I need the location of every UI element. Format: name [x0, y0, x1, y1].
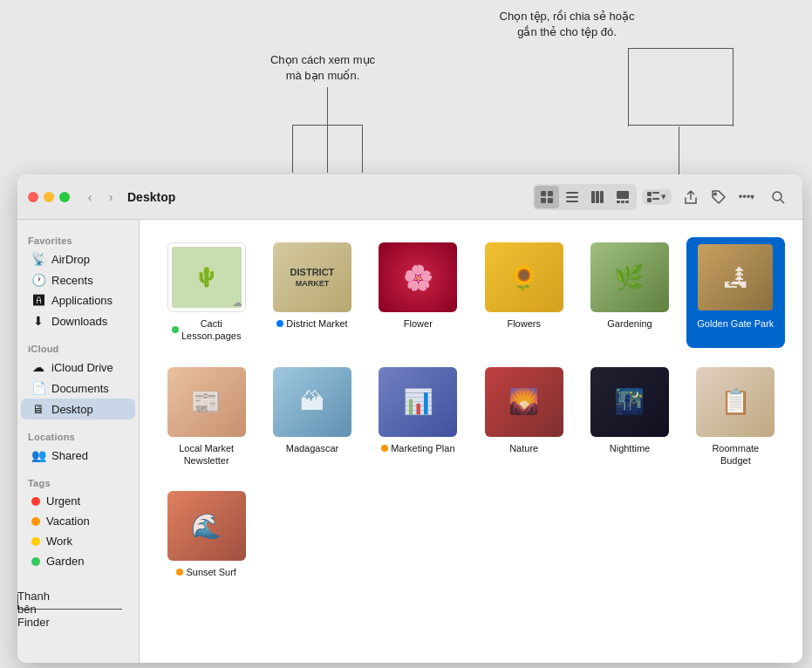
- bracket-vert-left4: [362, 125, 363, 173]
- sidebar-item-recents-label: Recents: [51, 274, 93, 287]
- group-by-button[interactable]: ▾: [642, 189, 672, 205]
- sidebar-item-icloud-drive[interactable]: ☁ iCloud Drive: [21, 357, 135, 378]
- file-item-roommate[interactable]: 📋 RoommateBudget: [686, 362, 785, 473]
- garden-dot: [31, 557, 40, 566]
- sidebar-item-documents-label: Documents: [51, 382, 109, 395]
- share-button[interactable]: [677, 185, 705, 209]
- svg-rect-0: [541, 191, 546, 196]
- gardening-label: Gardening: [607, 317, 652, 330]
- recents-icon: 🕐: [31, 273, 45, 287]
- bracket-line-right-down: [628, 48, 629, 126]
- file-grid: 🌵 ☁ CactiLesson.pages DISTRICTMARKET: [157, 237, 785, 583]
- forward-button[interactable]: ›: [101, 187, 120, 207]
- madagascar-label: Madagascar: [286, 442, 339, 454]
- file-item-madagascar[interactable]: 🏔 Madagascar: [263, 362, 361, 473]
- bracket-line-right-vert: [679, 126, 679, 174]
- file-item-district-market[interactable]: DISTRICTMARKET District Market: [263, 237, 361, 348]
- file-item-nighttime[interactable]: 🌃 Nighttime: [580, 362, 679, 473]
- shared-icon: 👥: [31, 448, 45, 462]
- sidebar-item-icloud-drive-label: iCloud Drive: [51, 361, 113, 374]
- sidebar-item-airdrop[interactable]: 📡 AirDrop: [21, 249, 135, 269]
- sidebar-item-documents[interactable]: 📄 Documents: [21, 378, 135, 399]
- madagascar-thumb: 🏔: [273, 367, 351, 437]
- sidebar-item-urgent[interactable]: Urgent: [21, 491, 135, 511]
- sidebar-item-work[interactable]: Work: [21, 531, 135, 551]
- icloud-drive-icon: ☁: [31, 360, 45, 374]
- traffic-lights: [28, 192, 70, 202]
- flower-img: 🌸: [379, 242, 457, 312]
- view-list-button[interactable]: [560, 186, 584, 208]
- svg-rect-12: [621, 201, 624, 203]
- svg-rect-1: [548, 191, 553, 196]
- bracket-vert-left2: [327, 125, 328, 173]
- sunset-img: 🌊: [167, 491, 246, 561]
- local-market-label: Local MarketNewsletter: [179, 442, 234, 467]
- more-button[interactable]: ••• ▾: [733, 185, 761, 209]
- sidebar-item-shared-label: Shared: [51, 449, 88, 462]
- madagascar-img: 🏔: [273, 367, 351, 437]
- svg-point-19: [773, 192, 781, 201]
- file-item-flowers[interactable]: 🌻 Flowers: [474, 237, 573, 348]
- svg-point-18: [714, 193, 716, 194]
- svg-rect-2: [541, 198, 546, 203]
- file-item-cacti[interactable]: 🌵 ☁ CactiLesson.pages: [157, 237, 256, 348]
- bracket-line-right-down2: [733, 48, 734, 126]
- sidebar-tag-vacation-label: Vacation: [46, 515, 90, 528]
- svg-rect-8: [596, 191, 599, 203]
- bracket-horiz-left: [292, 125, 362, 126]
- sidebar-item-vacation[interactable]: Vacation: [21, 511, 135, 531]
- sidebar-item-desktop[interactable]: 🖥 Desktop: [21, 399, 135, 419]
- golden-label: Golden Gate Park: [697, 317, 774, 330]
- annotations-area: Chọn tệp, rồi chia sẻ hoặcgắn thẻ cho tệ…: [0, 0, 812, 174]
- cacti-label: CactiLesson.pages: [181, 317, 242, 343]
- file-item-local-market[interactable]: 📰 Local MarketNewsletter: [157, 362, 256, 473]
- file-item-gardening[interactable]: 🌿 Gardening: [580, 237, 679, 348]
- svg-rect-5: [566, 196, 578, 198]
- gardening-img: 🌿: [590, 242, 669, 312]
- roommate-img: 📋: [696, 367, 774, 437]
- local-market-thumb: 📰: [167, 367, 246, 437]
- airdrop-icon: 📡: [31, 252, 45, 266]
- sidebar-item-applications[interactable]: 🅰 Applications: [21, 290, 135, 310]
- flowers-img: 🌻: [485, 242, 563, 312]
- minimize-button[interactable]: [44, 192, 54, 202]
- sidebar-item-shared[interactable]: 👥 Shared: [21, 445, 135, 466]
- golden-img: 🏞: [698, 244, 773, 310]
- icloud-label: iCloud: [17, 338, 139, 357]
- cacti-name-row: CactiLesson.pages: [172, 317, 242, 343]
- svg-line-20: [781, 200, 784, 203]
- tag-button[interactable]: [705, 185, 733, 209]
- locations-label: Locations: [17, 426, 139, 445]
- file-item-golden-gate[interactable]: 🏞 Golden Gate Park: [686, 237, 785, 348]
- svg-rect-6: [566, 201, 578, 202]
- bracket-line-right: [628, 48, 733, 49]
- cloud-sync-icon: ☁: [232, 297, 242, 309]
- flower-thumb: 🌸: [379, 242, 457, 312]
- marketing-img: 📊: [379, 367, 457, 437]
- bottom-annotation-text: Thanh bên Finder: [17, 590, 50, 629]
- nighttime-thumb: 🌃: [590, 367, 669, 437]
- close-button[interactable]: [28, 192, 38, 202]
- file-item-flower[interactable]: 🌸 Flower: [369, 237, 467, 348]
- view-gallery-button[interactable]: [611, 186, 635, 208]
- cacti-thumb: 🌵 ☁: [167, 242, 246, 312]
- file-item-nature[interactable]: 🌄 Nature: [474, 362, 573, 473]
- flowers-label: Flowers: [507, 317, 541, 330]
- sidebar-item-garden[interactable]: Garden: [21, 551, 135, 571]
- nature-thumb: 🌄: [485, 367, 563, 437]
- view-columns-button[interactable]: [585, 186, 610, 208]
- search-button[interactable]: [764, 185, 792, 209]
- svg-rect-10: [617, 191, 629, 199]
- view-grid-button[interactable]: [535, 186, 559, 208]
- back-button[interactable]: ‹: [80, 187, 99, 207]
- district-label: District Market: [286, 317, 347, 330]
- maximize-button[interactable]: [59, 192, 70, 202]
- favorites-label: Favorites: [17, 230, 139, 249]
- sidebar-item-downloads[interactable]: ⬇ Downloads: [21, 310, 135, 331]
- file-item-sunset[interactable]: 🌊 Sunset Surf: [157, 486, 256, 583]
- svg-rect-11: [617, 201, 620, 203]
- file-item-marketing[interactable]: 📊 Marketing Plan: [369, 362, 467, 473]
- work-dot: [31, 537, 40, 546]
- desktop-icon: 🖥: [31, 402, 45, 416]
- sidebar-item-recents[interactable]: 🕐 Recents: [21, 269, 135, 290]
